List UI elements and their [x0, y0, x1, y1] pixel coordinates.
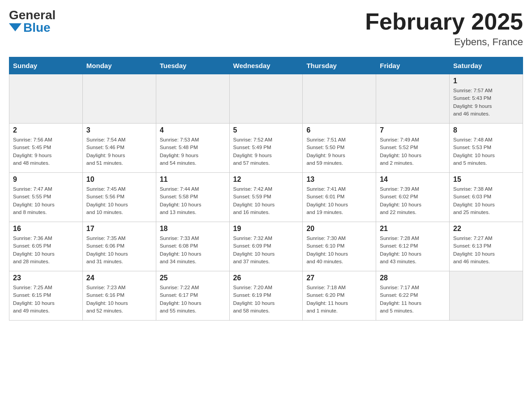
logo-arrow-icon — [9, 23, 21, 31]
day-info: Sunrise: 7:28 AM Sunset: 6:12 PM Dayligh… — [380, 235, 446, 265]
day-info: Sunrise: 7:18 AM Sunset: 6:20 PM Dayligh… — [306, 284, 372, 315]
calendar-cell: 5Sunrise: 7:52 AM Sunset: 5:49 PM Daylig… — [229, 124, 303, 173]
header-day-tuesday: Tuesday — [156, 57, 229, 74]
day-number: 22 — [453, 225, 519, 233]
day-number: 28 — [380, 274, 446, 282]
calendar-header: SundayMondayTuesdayWednesdayThursdayFrid… — [9, 57, 523, 74]
day-info: Sunrise: 7:54 AM Sunset: 5:46 PM Dayligh… — [86, 136, 152, 167]
week-row-3: 9Sunrise: 7:47 AM Sunset: 5:55 PM Daylig… — [9, 173, 523, 222]
calendar-cell: 25Sunrise: 7:22 AM Sunset: 6:17 PM Dayli… — [156, 271, 229, 321]
calendar-cell: 23Sunrise: 7:25 AM Sunset: 6:15 PM Dayli… — [9, 271, 83, 321]
calendar-cell: 16Sunrise: 7:36 AM Sunset: 6:05 PM Dayli… — [9, 222, 83, 271]
day-number: 1 — [453, 77, 519, 85]
header-day-wednesday: Wednesday — [229, 57, 303, 74]
day-number: 10 — [86, 176, 152, 184]
day-info: Sunrise: 7:30 AM Sunset: 6:10 PM Dayligh… — [306, 235, 372, 265]
calendar-cell: 28Sunrise: 7:17 AM Sunset: 6:22 PM Dayli… — [376, 271, 450, 321]
day-number: 19 — [233, 225, 299, 233]
logo-blue-text: Blue — [23, 21, 51, 34]
calendar-body: 1Sunrise: 7:57 AM Sunset: 5:43 PM Daylig… — [9, 74, 523, 321]
day-number: 23 — [13, 274, 79, 282]
day-info: Sunrise: 7:53 AM Sunset: 5:48 PM Dayligh… — [160, 136, 226, 167]
header-day-monday: Monday — [82, 57, 156, 74]
day-number: 7 — [380, 126, 446, 134]
day-number: 24 — [86, 274, 152, 282]
calendar-cell: 26Sunrise: 7:20 AM Sunset: 6:19 PM Dayli… — [229, 271, 303, 321]
day-number: 18 — [160, 225, 226, 233]
calendar-cell: 1Sunrise: 7:57 AM Sunset: 5:43 PM Daylig… — [450, 74, 523, 124]
day-number: 15 — [453, 176, 519, 184]
calendar-cell: 2Sunrise: 7:56 AM Sunset: 5:45 PM Daylig… — [9, 124, 83, 173]
day-info: Sunrise: 7:20 AM Sunset: 6:19 PM Dayligh… — [233, 284, 299, 315]
day-number: 26 — [233, 274, 299, 282]
day-info: Sunrise: 7:36 AM Sunset: 6:05 PM Dayligh… — [13, 235, 79, 265]
day-info: Sunrise: 7:39 AM Sunset: 6:02 PM Dayligh… — [380, 185, 446, 216]
page-header: General Blue February 2025 Eybens, Franc… — [9, 9, 523, 48]
calendar-cell — [229, 74, 303, 124]
day-info: Sunrise: 7:51 AM Sunset: 5:50 PM Dayligh… — [306, 136, 372, 167]
calendar-cell: 18Sunrise: 7:33 AM Sunset: 6:08 PM Dayli… — [156, 222, 229, 271]
calendar-cell — [376, 74, 450, 124]
day-number: 20 — [306, 225, 372, 233]
day-number: 11 — [160, 176, 226, 184]
header-day-sunday: Sunday — [9, 57, 83, 74]
calendar-cell: 20Sunrise: 7:30 AM Sunset: 6:10 PM Dayli… — [303, 222, 376, 271]
logo-general-text: General — [9, 9, 56, 21]
calendar-cell: 10Sunrise: 7:45 AM Sunset: 5:56 PM Dayli… — [82, 173, 156, 222]
day-number: 27 — [306, 274, 372, 282]
day-number: 8 — [453, 126, 519, 134]
calendar-cell: 3Sunrise: 7:54 AM Sunset: 5:46 PM Daylig… — [82, 124, 156, 173]
day-info: Sunrise: 7:56 AM Sunset: 5:45 PM Dayligh… — [13, 136, 79, 167]
day-info: Sunrise: 7:33 AM Sunset: 6:08 PM Dayligh… — [160, 235, 226, 265]
header-day-saturday: Saturday — [450, 57, 523, 74]
day-info: Sunrise: 7:25 AM Sunset: 6:15 PM Dayligh… — [13, 284, 79, 315]
calendar-cell: 12Sunrise: 7:42 AM Sunset: 5:59 PM Dayli… — [229, 173, 303, 222]
day-number: 2 — [13, 126, 79, 134]
day-info: Sunrise: 7:45 AM Sunset: 5:56 PM Dayligh… — [86, 185, 152, 216]
calendar-table: SundayMondayTuesdayWednesdayThursdayFrid… — [9, 57, 523, 321]
logo: General Blue — [9, 9, 56, 34]
day-number: 9 — [13, 176, 79, 184]
calendar-cell: 27Sunrise: 7:18 AM Sunset: 6:20 PM Dayli… — [303, 271, 376, 321]
calendar-subtitle: Eybens, France — [365, 36, 523, 48]
calendar-cell — [82, 74, 156, 124]
calendar-cell: 6Sunrise: 7:51 AM Sunset: 5:50 PM Daylig… — [303, 124, 376, 173]
day-number: 5 — [233, 126, 299, 134]
day-number: 25 — [160, 274, 226, 282]
calendar-cell: 7Sunrise: 7:49 AM Sunset: 5:52 PM Daylig… — [376, 124, 450, 173]
header-row: SundayMondayTuesdayWednesdayThursdayFrid… — [9, 57, 523, 74]
day-number: 4 — [160, 126, 226, 134]
title-block: February 2025 Eybens, France — [365, 9, 523, 48]
calendar-cell: 24Sunrise: 7:23 AM Sunset: 6:16 PM Dayli… — [82, 271, 156, 321]
calendar-cell: 17Sunrise: 7:35 AM Sunset: 6:06 PM Dayli… — [82, 222, 156, 271]
day-info: Sunrise: 7:32 AM Sunset: 6:09 PM Dayligh… — [233, 235, 299, 265]
day-info: Sunrise: 7:49 AM Sunset: 5:52 PM Dayligh… — [380, 136, 446, 167]
calendar-cell: 19Sunrise: 7:32 AM Sunset: 6:09 PM Dayli… — [229, 222, 303, 271]
calendar-cell: 14Sunrise: 7:39 AM Sunset: 6:02 PM Dayli… — [376, 173, 450, 222]
day-info: Sunrise: 7:44 AM Sunset: 5:58 PM Dayligh… — [160, 185, 226, 216]
header-day-thursday: Thursday — [303, 57, 376, 74]
logo-blue-row: Blue — [9, 21, 51, 34]
calendar-cell: 15Sunrise: 7:38 AM Sunset: 6:03 PM Dayli… — [450, 173, 523, 222]
day-number: 6 — [306, 126, 372, 134]
week-row-5: 23Sunrise: 7:25 AM Sunset: 6:15 PM Dayli… — [9, 271, 523, 321]
day-number: 3 — [86, 126, 152, 134]
day-number: 16 — [13, 225, 79, 233]
calendar-cell: 9Sunrise: 7:47 AM Sunset: 5:55 PM Daylig… — [9, 173, 83, 222]
day-info: Sunrise: 7:17 AM Sunset: 6:22 PM Dayligh… — [380, 284, 446, 315]
calendar-cell: 11Sunrise: 7:44 AM Sunset: 5:58 PM Dayli… — [156, 173, 229, 222]
day-info: Sunrise: 7:27 AM Sunset: 6:13 PM Dayligh… — [453, 235, 519, 265]
day-number: 21 — [380, 225, 446, 233]
week-row-4: 16Sunrise: 7:36 AM Sunset: 6:05 PM Dayli… — [9, 222, 523, 271]
day-info: Sunrise: 7:23 AM Sunset: 6:16 PM Dayligh… — [86, 284, 152, 315]
day-info: Sunrise: 7:48 AM Sunset: 5:53 PM Dayligh… — [453, 136, 519, 167]
calendar-title: February 2025 — [365, 9, 523, 34]
calendar-cell: 4Sunrise: 7:53 AM Sunset: 5:48 PM Daylig… — [156, 124, 229, 173]
week-row-1: 1Sunrise: 7:57 AM Sunset: 5:43 PM Daylig… — [9, 74, 523, 124]
calendar-cell: 13Sunrise: 7:41 AM Sunset: 6:01 PM Dayli… — [303, 173, 376, 222]
day-info: Sunrise: 7:57 AM Sunset: 5:43 PM Dayligh… — [453, 87, 519, 118]
day-number: 14 — [380, 176, 446, 184]
day-info: Sunrise: 7:35 AM Sunset: 6:06 PM Dayligh… — [86, 235, 152, 265]
day-number: 17 — [86, 225, 152, 233]
calendar-cell: 22Sunrise: 7:27 AM Sunset: 6:13 PM Dayli… — [450, 222, 523, 271]
